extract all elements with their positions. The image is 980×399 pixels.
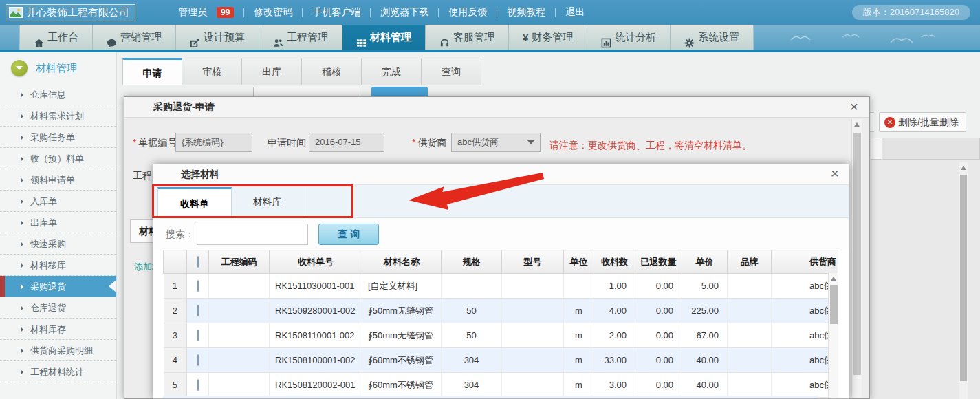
nav-settings[interactable]: 系统设置 xyxy=(671,25,754,50)
table-row[interactable]: 5 RK1508120002-001 ∮60mm不锈钢管 304 m 3.00 … xyxy=(164,373,839,398)
tab-review[interactable]: 审核 xyxy=(182,58,242,85)
sidebar-item-outbound[interactable]: 出库单 xyxy=(0,212,116,233)
nav-finance[interactable]: ¥ 财务管理 xyxy=(509,25,587,50)
separator xyxy=(438,8,439,17)
nav-customer-service[interactable]: 客服管理 xyxy=(426,25,509,50)
nav-project[interactable]: 工程管理 xyxy=(259,25,342,50)
row-checkbox[interactable] xyxy=(197,330,199,341)
scrollbar-thumb[interactable] xyxy=(830,285,838,324)
sidebar-item-project-material-stats[interactable]: 工程材料统计 xyxy=(0,361,116,382)
menu-logout[interactable]: 退出 xyxy=(565,6,585,19)
sidebar-item-material-stock[interactable]: 材料库存 xyxy=(0,319,116,340)
col-receipt-no[interactable]: 收料单号 xyxy=(270,250,362,274)
search-button[interactable]: 查 询 xyxy=(318,224,379,245)
tab-material-library[interactable]: 材料库 xyxy=(232,187,303,218)
sidebar-item-purchase-task[interactable]: 采购任务单 xyxy=(0,127,116,148)
order-no-field[interactable]: {系统编码} xyxy=(175,133,252,152)
nav-marketing[interactable]: 营销管理 xyxy=(93,25,176,50)
nav-design-budget[interactable]: 设计预算 xyxy=(176,25,259,50)
nav-workbench[interactable]: 工作台 xyxy=(19,25,93,50)
table-scrollbar[interactable] xyxy=(828,273,838,398)
col-unit[interactable]: 单位 xyxy=(564,250,594,274)
version-label: 版本：20160714165820 xyxy=(852,5,970,20)
select-material-modal: 选择材料 × 收料单 材料库 搜索： 查 询 工程编码 xyxy=(153,164,849,399)
separator xyxy=(243,8,244,17)
scroll-up-button[interactable] xyxy=(852,119,862,129)
sidebar-item-supplier-purchase-detail[interactable]: 供货商采购明细 xyxy=(0,340,116,361)
sidebar-item-purchase-return[interactable]: 采购退货 xyxy=(0,276,116,297)
menu-browser-download[interactable]: 浏览器下载 xyxy=(380,6,428,19)
supplier-select[interactable]: abc供货商 xyxy=(451,133,541,152)
background-scrollbar[interactable] xyxy=(959,162,968,399)
close-icon[interactable]: × xyxy=(846,98,862,115)
sidebar-item-receive-order[interactable]: 收（预）料单 xyxy=(0,148,116,169)
col-material-name[interactable]: 材料名称 xyxy=(362,250,442,274)
col-model[interactable]: 型号 xyxy=(502,250,564,274)
col-spec[interactable]: 规格 xyxy=(442,250,502,274)
menu-mobile-client[interactable]: 手机客户端 xyxy=(312,6,360,19)
nav-statistics[interactable]: 统计分析 xyxy=(587,25,671,50)
chevron-down-icon xyxy=(527,140,534,144)
notification-badge[interactable]: 99 xyxy=(217,7,234,18)
chart-icon xyxy=(601,32,611,43)
nav-label: 工作台 xyxy=(47,25,78,50)
row-checkbox[interactable] xyxy=(197,354,199,366)
tab-complete[interactable]: 完成 xyxy=(362,58,422,85)
nav-material[interactable]: 材料管理 xyxy=(342,25,426,50)
collapse-circle-icon[interactable] xyxy=(11,60,28,76)
sidebar-item-label: 材料库存 xyxy=(30,324,66,334)
tab-apply[interactable]: 申请 xyxy=(122,58,182,85)
select-all-checkbox[interactable] xyxy=(197,256,199,268)
tab-outbound[interactable]: 出库 xyxy=(242,58,302,85)
table-row[interactable]: 2 RK1509280001-002 ∮50mm无缝钢管 50 m 4.00 0… xyxy=(164,299,839,323)
content-tabs: 申请 审核 出库 稽核 完成 查询 xyxy=(122,58,481,85)
arrow-right-icon xyxy=(21,327,23,332)
col-received-qty[interactable]: 收料数 xyxy=(594,250,635,274)
sidebar-item-material-demand-plan[interactable]: 材料需求计划 xyxy=(0,105,116,127)
col-returned-qty[interactable]: 已退数量 xyxy=(635,250,682,274)
table-row[interactable]: 1 RK1511030001-001 [自定义材料] 1.00 0.00 5.0… xyxy=(164,274,839,299)
close-icon[interactable]: × xyxy=(827,165,843,182)
tab-audit[interactable]: 稽核 xyxy=(302,58,362,85)
row-checkbox[interactable] xyxy=(197,379,199,391)
row-checkbox[interactable] xyxy=(197,305,199,316)
company-name: 开心装饰工程有限公司 xyxy=(26,6,129,19)
scrollbar-thumb[interactable] xyxy=(853,133,861,375)
table-row[interactable]: 4 RK1508100001-002 ∮60mm不锈钢管 304 m 33.00… xyxy=(164,348,839,373)
apply-time-field[interactable]: 2016-07-15 xyxy=(309,133,384,152)
arrow-right-icon xyxy=(21,135,23,140)
col-supplier[interactable]: 供货商 xyxy=(772,250,839,274)
scroll-up-button[interactable] xyxy=(829,273,838,283)
modal-scrollbar[interactable] xyxy=(851,119,862,398)
arrow-right-icon xyxy=(21,263,23,268)
menu-video-tutorial[interactable]: 视频教程 xyxy=(507,6,545,19)
sidebar-item-material-transfer[interactable]: 材料移库 xyxy=(0,255,116,276)
menu-feedback[interactable]: 使用反馈 xyxy=(448,6,487,19)
col-project-code[interactable]: 工程编码 xyxy=(209,250,270,274)
chat-icon xyxy=(107,32,117,43)
delete-batch-button[interactable]: ✕ 删除/批量删除 xyxy=(879,112,966,132)
col-brand[interactable]: 品牌 xyxy=(728,250,772,274)
search-input[interactable] xyxy=(197,224,308,245)
scrollbar-thumb[interactable] xyxy=(960,175,967,381)
col-unit-price[interactable]: 单价 xyxy=(682,250,728,274)
sidebar-item-inbound[interactable]: 入库单 xyxy=(0,191,116,212)
sidebar-item-label: 收（预）料单 xyxy=(30,153,84,164)
sidebar-item-label: 仓库信息 xyxy=(30,89,66,100)
apply-time-label: 申请时间 xyxy=(268,133,306,152)
scroll-up-button[interactable] xyxy=(959,162,968,173)
user-label[interactable]: 管理员 xyxy=(178,6,207,19)
row-checkbox[interactable] xyxy=(197,280,199,292)
sidebar-header[interactable]: 材料管理 xyxy=(0,52,116,84)
sidebar-item-quick-purchase[interactable]: 快速采购 xyxy=(0,233,116,255)
picture-icon xyxy=(9,7,23,18)
delete-x-icon: ✕ xyxy=(884,117,895,128)
tab-receipt-orders[interactable]: 收料单 xyxy=(157,187,232,218)
sidebar-item-warehouse-return[interactable]: 仓库退货 xyxy=(0,297,116,319)
sidebar-item-warehouse-info[interactable]: 仓库信息 xyxy=(0,84,116,105)
arrow-right-icon xyxy=(21,220,23,226)
menu-change-password[interactable]: 修改密码 xyxy=(254,6,292,19)
tab-query[interactable]: 查询 xyxy=(422,58,481,85)
table-row[interactable]: 3 RK1508110001-002 ∮50mm无缝钢管 50 m 2.00 0… xyxy=(164,323,839,348)
sidebar-item-requisition[interactable]: 领料申请单 xyxy=(0,169,116,191)
